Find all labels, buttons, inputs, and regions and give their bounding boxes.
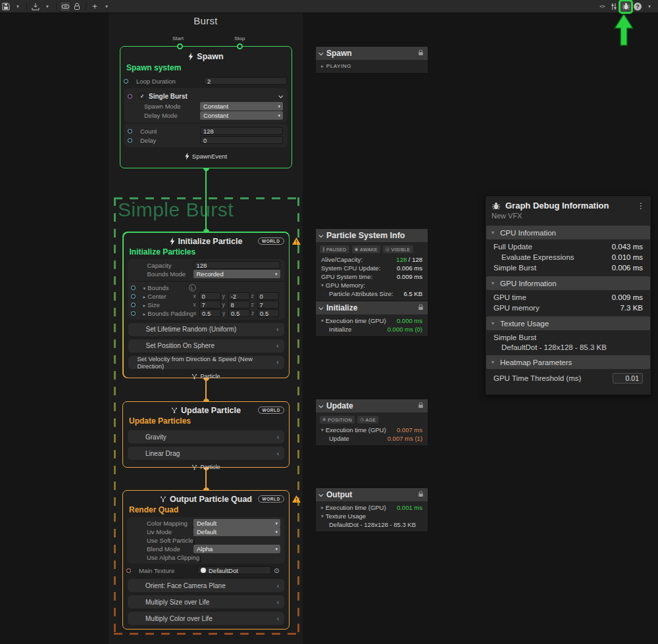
center-z-input[interactable]: 0 [257, 292, 279, 300]
block-multiply-color[interactable]: Multiply Color over Life‹ [128, 612, 284, 625]
single-burst-checkbox[interactable]: ✓ [139, 93, 145, 99]
main-texture-port[interactable] [126, 568, 131, 573]
settings-sliders-button[interactable] [609, 1, 619, 12]
render-quad-label[interactable]: Render Quad [123, 505, 289, 516]
bounds-padding-port[interactable] [131, 311, 136, 316]
output-context-node[interactable]: Output Particle Quad WORLD Render Quad C… [122, 490, 290, 630]
lock-button[interactable] [72, 1, 82, 12]
initialize-particles-label[interactable]: Initialize Particles [124, 247, 289, 258]
initialize-context-node[interactable]: Initialize Particle WORLD Initialize Par… [122, 232, 290, 378]
add-dropdown-caret[interactable]: ▾ [101, 1, 112, 12]
heatmap-parameters-section[interactable]: ▾Heatmap Parameters [486, 355, 650, 369]
gpu-memory-row[interactable]: ▾GPU Memory: [316, 281, 428, 289]
center-y-input[interactable]: -2 [228, 292, 250, 300]
output-warning-icon[interactable] [292, 493, 301, 505]
kebab-menu-icon[interactable]: ⋮ [637, 201, 645, 211]
alpha-clipping-checkbox[interactable] [199, 556, 201, 563]
delay-input[interactable]: 0 [200, 136, 283, 144]
output-node-header[interactable]: Output Particle Quad WORLD [123, 491, 289, 505]
update-node-header[interactable]: Update Particle WORLD [123, 402, 289, 416]
block-linear-drag[interactable]: Linear Drag‹ [128, 447, 284, 460]
export-dropdown-caret[interactable]: ▾ [42, 1, 53, 12]
spawn-system-label[interactable]: Spawn system [120, 62, 291, 74]
block-orient[interactable]: Orient: Face Camera Plane‹ [128, 579, 284, 592]
single-burst-collapse-chevron[interactable] [278, 93, 283, 98]
size-label[interactable]: ▸Size [132, 301, 193, 309]
group-title[interactable]: Simple Burst [118, 199, 234, 221]
block-collapse-icon[interactable]: ‹ [277, 433, 279, 441]
center-port[interactable] [131, 294, 136, 299]
info-panel-header[interactable]: Particle System Info [316, 229, 428, 242]
main-texture-object-field[interactable]: DefaultDot [197, 566, 271, 574]
toolbar-more-caret[interactable]: ▾ [644, 1, 655, 12]
block-collapse-icon[interactable]: ‹ [276, 342, 278, 349]
bounds-label[interactable]: ▾Bounds [132, 284, 169, 291]
block-collapse-icon[interactable]: ‹ [276, 326, 278, 333]
center-label[interactable]: ▸Center [132, 293, 193, 300]
add-button[interactable]: + [89, 1, 100, 12]
texture-usage-row[interactable]: ▾Texture Usage [316, 512, 428, 520]
help-button[interactable]: ? [632, 1, 643, 12]
initialize-node-header[interactable]: Initialize Particle WORLD [124, 233, 289, 247]
update-context-node[interactable]: Update Particle WORLD Update Particles G… [122, 401, 290, 468]
block-collapse-icon[interactable]: ‹ [277, 599, 279, 606]
block-collapse-icon[interactable]: ‹ [276, 359, 278, 366]
exec-time-row[interactable]: ▾Execution time (GPU) 0.007 ms [316, 426, 428, 434]
bounds-padding-label[interactable]: ▸Bounds Padding [132, 310, 194, 317]
delay-mode-dropdown[interactable]: Constant▾ [200, 111, 283, 120]
block-collapse-icon[interactable]: ‹ [277, 450, 279, 457]
exec-time-row[interactable]: ▸Execution time (GPU) 0.001 ms [316, 503, 428, 512]
size-x-input[interactable]: 7 [199, 301, 221, 309]
single-burst-port[interactable] [128, 94, 132, 99]
padding-x-input[interactable]: 0.5 [199, 309, 221, 317]
link-toggle-button[interactable] [60, 1, 70, 12]
graph-debug-information-panel[interactable]: Graph Debug Information ⋮ New VFX ▾CPU I… [485, 195, 651, 395]
block-set-velocity[interactable]: Set Velocity from Direction & Speed (New… [128, 356, 284, 369]
block-set-lifetime[interactable]: Set Lifetime Random (Uniform)‹ [128, 323, 284, 336]
capacity-input[interactable]: 128 [193, 261, 280, 269]
texture-usage-section[interactable]: ▾Texture Usage [486, 316, 650, 330]
bounds-mode-dropdown[interactable]: Recorded▾ [193, 270, 280, 278]
count-port[interactable] [128, 129, 132, 134]
padding-y-input[interactable]: 0.5 [228, 309, 250, 317]
loop-duration-input[interactable]: 2 [204, 77, 287, 85]
delay-port[interactable] [128, 138, 132, 143]
count-input[interactable]: 128 [200, 127, 283, 135]
output-panel-header[interactable]: Output [316, 488, 428, 501]
block-gravity[interactable]: Gravity‹ [128, 430, 284, 443]
lock-icon[interactable] [418, 401, 424, 410]
spawn-mode-dropdown[interactable]: Constant▾ [200, 102, 283, 111]
spawn-node-header[interactable]: Spawn [120, 47, 291, 62]
bounds-port[interactable] [131, 285, 136, 290]
gpu-threshold-input[interactable]: 0.01 [613, 373, 643, 384]
block-collapse-icon[interactable]: ‹ [277, 582, 279, 589]
color-mapping-dropdown[interactable]: Default▾ [193, 519, 280, 528]
size-z-input[interactable]: 7 [257, 301, 279, 309]
spawn-context-node[interactable]: Start Stop Spawn Spawn system Loop Durat… [120, 46, 292, 168]
save-button[interactable] [1, 1, 11, 12]
spawn-state-row[interactable]: ▸ PLAYING [316, 62, 428, 70]
block-set-position[interactable]: Set Position On Sphere‹ [128, 339, 284, 353]
initialize-warning-icon[interactable] [292, 235, 301, 247]
export-button[interactable] [30, 1, 41, 12]
debug-bug-button[interactable] [620, 1, 631, 12]
spawn-panel-header[interactable]: Spawn [316, 47, 428, 60]
save-dropdown-caret[interactable]: ▾ [13, 1, 23, 12]
gpu-information-section[interactable]: ▾GPU Information [486, 276, 650, 290]
lock-icon[interactable] [418, 49, 424, 58]
bounds-link-icon[interactable]: L [189, 284, 196, 291]
loop-duration-port[interactable] [124, 79, 128, 84]
size-port[interactable] [131, 303, 136, 307]
size-y-input[interactable]: 8 [228, 301, 250, 309]
padding-z-input[interactable]: 0.5 [257, 309, 279, 317]
update-particles-label[interactable]: Update Particles [123, 416, 289, 427]
block-collapse-icon[interactable]: ‹ [277, 615, 279, 622]
lock-icon[interactable] [418, 303, 424, 312]
lock-icon[interactable] [418, 490, 424, 499]
cpu-information-section[interactable]: ▾CPU Information [486, 226, 650, 239]
exec-time-row[interactable]: ▾Execution time (GPU) 0.000 ms [316, 316, 428, 325]
block-multiply-size[interactable]: Multiply Size over Life‹ [128, 595, 284, 608]
code-view-button[interactable]: <> [597, 1, 607, 12]
initialize-panel-header[interactable]: Initialize [316, 301, 428, 314]
update-panel-header[interactable]: Update [316, 399, 428, 412]
